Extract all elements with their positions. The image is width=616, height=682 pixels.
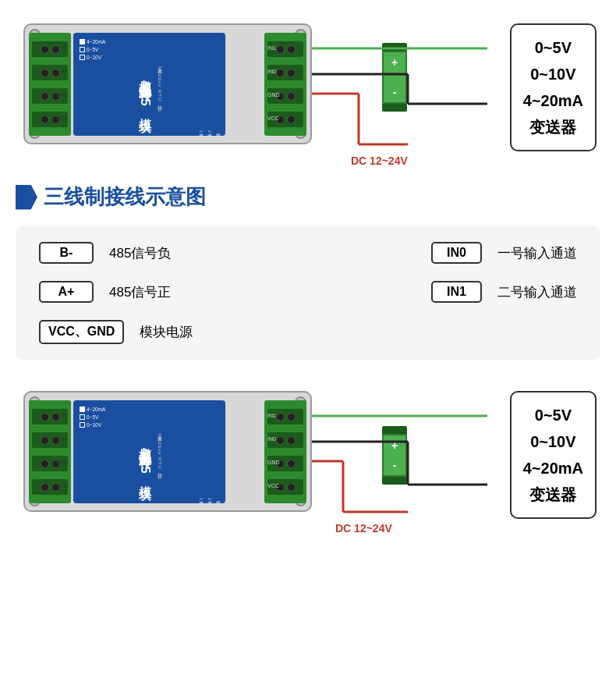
sensor-line-1: 0~5V bbox=[535, 39, 572, 56]
device-2: B- A+ GND VCC 4~20mA bbox=[23, 391, 312, 512]
blue-module: 4~20mA 0~5V 0~10V 模拟量 bbox=[73, 33, 225, 136]
sensor-line-b3: 4~20mA bbox=[523, 460, 583, 477]
diagram-2: B- A+ GND VCC 4~20mA bbox=[16, 375, 600, 539]
sensor-line-3: 4~20mA bbox=[523, 92, 583, 109]
section-heading: 三线制接线示意图 bbox=[16, 179, 600, 215]
desc-vcc-gnd: 模块电源 bbox=[140, 323, 577, 341]
info-row-3: VCC、GND 模块电源 bbox=[39, 320, 577, 344]
info-row-2: A+ 485信号正 IN1 二号输入通道 bbox=[39, 281, 577, 303]
badge-in0: IN0 bbox=[431, 242, 482, 264]
desc-in0: 一号输入通道 bbox=[497, 244, 577, 262]
sensor-line-b2: 0~10V bbox=[530, 433, 575, 450]
device-1: B- A+ GND VCC 4~20mA bbox=[23, 23, 312, 144]
sensor-line-2: 0~10V bbox=[530, 66, 575, 83]
desc-in1: 二号输入通道 bbox=[497, 283, 577, 301]
sensor-box-1: 0~5V 0~10V 4~20mA 变送器 bbox=[510, 23, 597, 151]
capacitor-2: + - bbox=[382, 426, 407, 485]
right-labels-2: IN1 IN0 GND VCC bbox=[264, 399, 306, 502]
module-title-2: 模拟量转485模块 bbox=[136, 439, 153, 481]
badge-a-plus: A+ bbox=[39, 281, 94, 303]
heading-arrow-icon bbox=[16, 185, 37, 210]
blue-module-2: 4~20mA 0~5V 0~10V 模拟量转485模块 bbox=[73, 400, 225, 503]
diagram-1: B- A+ GND VCC 4~20mA bbox=[16, 8, 600, 172]
badge-vcc-gnd: VCC、GND bbox=[39, 320, 124, 344]
section-title: 三线制接线示意图 bbox=[44, 183, 206, 211]
dc-label-2: DC 12~24V bbox=[335, 521, 392, 535]
sensor-line-b4: 变送器 bbox=[529, 486, 576, 503]
left-labels: B- A+ GND VCC bbox=[29, 31, 71, 134]
badge-b-minus: B- bbox=[39, 242, 94, 264]
module-subtitle-2: 支持Modbus RTU协议 bbox=[156, 432, 163, 471]
info-row-1: B- 485信号负 IN0 一号输入通道 bbox=[39, 242, 577, 264]
sensor-line-4: 变送器 bbox=[529, 119, 576, 136]
module-subtitle: 支持Modbus RTU协议 bbox=[156, 65, 163, 103]
desc-a-plus: 485信号正 bbox=[109, 283, 400, 301]
badge-in1: IN1 bbox=[431, 281, 482, 303]
left-labels-2: B- A+ GND VCC bbox=[29, 399, 71, 502]
right-labels-1: IN1 IN0 GND VCC bbox=[264, 31, 306, 134]
capacitor-1: + - bbox=[382, 43, 407, 112]
sensor-line-b1: 0~5V bbox=[535, 407, 572, 424]
dc-label-1: DC 12~24V bbox=[351, 154, 408, 168]
sensor-box-2: 0~5V 0~10V 4~20mA 变送器 bbox=[510, 391, 597, 519]
module-title: 模拟量转485模块 bbox=[136, 71, 153, 113]
page-container: B- A+ GND VCC 4~20mA bbox=[0, 0, 616, 547]
info-section: B- 485信号负 IN0 一号输入通道 A+ 485信号正 IN1 二号输入通… bbox=[16, 226, 600, 360]
desc-b-minus: 485信号负 bbox=[109, 244, 400, 262]
